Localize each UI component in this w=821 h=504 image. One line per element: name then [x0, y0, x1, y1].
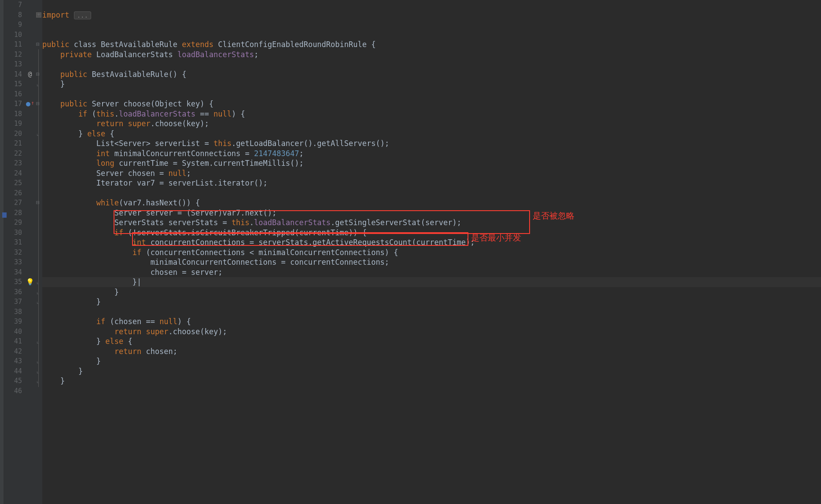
- code-line[interactable]: if (this.loadBalancerStats == null) {: [42, 109, 821, 119]
- line-number[interactable]: 14: [5, 69, 25, 80]
- line-number[interactable]: 8: [5, 10, 25, 20]
- line-number[interactable]: 28: [5, 208, 25, 218]
- implements-method-icon[interactable]: ↑: [25, 99, 35, 110]
- line-number[interactable]: 23: [5, 158, 25, 168]
- line-number[interactable]: 25: [5, 178, 25, 188]
- code-line[interactable]: public class BestAvailableRule extends C…: [42, 40, 821, 50]
- line-number[interactable]: 22: [5, 149, 25, 159]
- code-line[interactable]: [42, 307, 821, 317]
- line-number[interactable]: 39: [5, 317, 25, 327]
- fold-end-icon[interactable]: ⌞: [36, 336, 40, 347]
- collapsed-import-block[interactable]: ...: [74, 11, 91, 19]
- code-line[interactable]: if (chosen == null) {: [42, 317, 821, 327]
- line-number[interactable]: 13: [5, 59, 25, 69]
- line-number[interactable]: 40: [5, 327, 25, 337]
- code-line[interactable]: return super.choose(key);: [42, 327, 821, 337]
- line-number[interactable]: 27: [5, 198, 25, 208]
- line-number[interactable]: 42: [5, 347, 25, 357]
- line-number[interactable]: 10: [5, 30, 25, 40]
- code-line[interactable]: [42, 30, 821, 40]
- code-line[interactable]: private LoadBalancerStats loadBalancerSt…: [42, 50, 821, 60]
- line-number[interactable]: 7: [5, 0, 25, 10]
- line-number[interactable]: 11: [5, 40, 25, 50]
- override-method-icon[interactable]: @: [25, 69, 35, 80]
- fold-end-icon[interactable]: ⌞: [36, 366, 40, 376]
- code-line[interactable]: int concurrentConnections = serverStats.…: [42, 237, 821, 248]
- code-line[interactable]: if (concurrentConnections < minimalConcu…: [42, 248, 821, 258]
- line-number[interactable]: 31: [5, 237, 25, 248]
- code-line[interactable]: ServerStats serverStats = this.loadBalan…: [42, 218, 821, 228]
- line-number[interactable]: 32: [5, 248, 25, 258]
- line-number[interactable]: 34: [5, 267, 25, 278]
- line-number[interactable]: 30: [5, 228, 25, 238]
- fold-expand-icon[interactable]: +: [36, 12, 41, 18]
- line-number[interactable]: 16: [5, 89, 25, 99]
- code-line[interactable]: Iterator var7 = serverList.iterator();: [42, 178, 821, 188]
- fold-collapse-icon[interactable]: ⊟: [36, 40, 40, 50]
- code-line[interactable]: while(var7.hasNext()) {: [42, 198, 821, 208]
- fold-end-icon[interactable]: ⌞: [36, 79, 40, 89]
- line-number[interactable]: 35: [5, 277, 25, 287]
- code-line[interactable]: [42, 386, 821, 396]
- code-line[interactable]: minimalConcurrentConnections = concurren…: [42, 257, 821, 267]
- fold-end-icon[interactable]: ⌞: [36, 297, 40, 307]
- code-line[interactable]: [42, 188, 821, 198]
- code-line[interactable]: } else {: [42, 336, 821, 347]
- code-line[interactable]: }: [42, 297, 821, 307]
- fold-collapse-icon[interactable]: ⊟: [36, 99, 40, 109]
- line-number[interactable]: 29: [5, 218, 25, 228]
- line-number[interactable]: 38: [5, 307, 25, 317]
- line-number[interactable]: 15: [5, 79, 25, 89]
- line-number[interactable]: 19: [5, 119, 25, 129]
- code-line[interactable]: }: [42, 376, 821, 386]
- fold-collapse-icon[interactable]: ⊟: [36, 198, 40, 208]
- code-line[interactable]: [42, 20, 821, 30]
- line-number[interactable]: 45: [5, 376, 25, 386]
- code-editor[interactable]: 7 8 9 10 11 12 13 14 15 16 17 18 19 20 2…: [0, 0, 821, 504]
- line-number[interactable]: 37: [5, 297, 25, 307]
- line-number[interactable]: 33: [5, 257, 25, 267]
- code-line[interactable]: List<Server> serverList = this.getLoadBa…: [42, 139, 821, 149]
- code-line[interactable]: int minimalConcurrentConnections = 21474…: [42, 149, 821, 159]
- code-line[interactable]: }: [42, 366, 821, 376]
- line-number-gutter[interactable]: 7 8 9 10 11 12 13 14 15 16 17 18 19 20 2…: [5, 0, 25, 504]
- code-line[interactable]: import ...: [42, 10, 821, 20]
- code-line[interactable]: long currentTime = System.currentTimeMil…: [42, 158, 821, 168]
- code-line[interactable]: }: [42, 356, 821, 366]
- line-number[interactable]: 43: [5, 356, 25, 366]
- code-line[interactable]: return super.choose(key);: [42, 119, 821, 129]
- line-number[interactable]: 46: [5, 386, 25, 396]
- line-number[interactable]: 18: [5, 109, 25, 119]
- line-number[interactable]: 41: [5, 336, 25, 347]
- line-number[interactable]: 21: [5, 139, 25, 149]
- line-number[interactable]: 9: [5, 20, 25, 30]
- code-line[interactable]: [42, 59, 821, 69]
- code-line[interactable]: Server chosen = null;: [42, 168, 821, 179]
- line-number[interactable]: 17: [5, 99, 25, 109]
- code-line[interactable]: [42, 89, 821, 99]
- code-line[interactable]: if (!serverStats.isCircuitBreakerTripped…: [42, 228, 821, 238]
- code-line[interactable]: }: [42, 79, 821, 89]
- code-line[interactable]: public BestAvailableRule() {: [42, 69, 821, 80]
- line-number[interactable]: 12: [5, 50, 25, 60]
- code-line[interactable]: public Server choose(Object key) {: [42, 99, 821, 109]
- code-line[interactable]: return chosen;: [42, 347, 821, 357]
- code-line[interactable]: }: [42, 287, 821, 297]
- fold-end-icon[interactable]: ⌞: [36, 287, 40, 297]
- intention-bulb-icon[interactable]: 💡: [25, 277, 35, 287]
- fold-end-icon[interactable]: ⌞: [36, 376, 40, 386]
- code-line[interactable]: } else {: [42, 129, 821, 139]
- line-number[interactable]: 36: [5, 287, 25, 297]
- line-number[interactable]: 44: [5, 366, 25, 376]
- line-number[interactable]: 24: [5, 168, 25, 179]
- line-number[interactable]: 26: [5, 188, 25, 198]
- code-line[interactable]: chosen = server;: [42, 267, 821, 278]
- code-line[interactable]: Server server = (Server)var7.next();: [42, 208, 821, 218]
- code-area[interactable]: import ... public class BestAvailableRul…: [42, 0, 821, 504]
- fold-collapse-icon[interactable]: ⊟: [36, 69, 40, 80]
- line-number[interactable]: 20: [5, 129, 25, 139]
- code-line-current[interactable]: }|: [42, 277, 821, 287]
- breakpoint-strip[interactable]: [4, 0, 5, 504]
- breakpoint-marker[interactable]: [2, 212, 7, 218]
- code-line[interactable]: [42, 0, 821, 10]
